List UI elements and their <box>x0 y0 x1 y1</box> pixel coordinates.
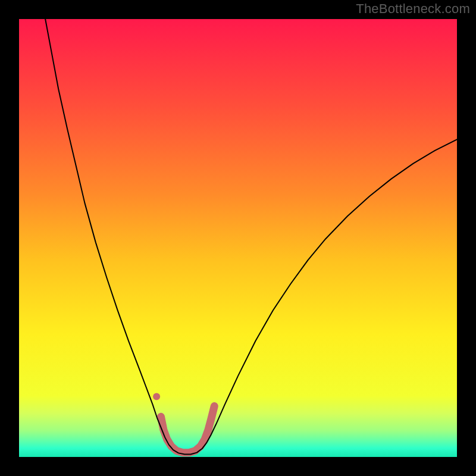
highlight-dot <box>153 393 160 400</box>
plot-area <box>19 19 457 457</box>
gradient-background <box>19 19 457 457</box>
bottleneck-chart <box>19 19 457 457</box>
chart-frame: TheBottleneck.com <box>0 0 476 476</box>
watermark-label: TheBottleneck.com <box>356 1 470 17</box>
